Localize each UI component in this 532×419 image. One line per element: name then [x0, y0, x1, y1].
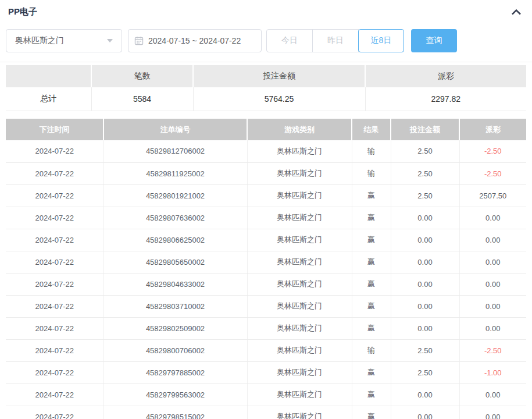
- query-button[interactable]: 查询: [411, 29, 457, 52]
- result-cell: 赢: [352, 273, 391, 295]
- chevron-up-icon: [511, 9, 522, 15]
- page-title: PP电子: [8, 6, 37, 17]
- bet-amount-cell: 0.00: [391, 406, 459, 419]
- game-select[interactable]: 奥林匹斯之门: [6, 29, 122, 52]
- summary-total-row: 总计 5584 5764.25 2297.82: [6, 87, 526, 111]
- bet-amount-cell: 0.00: [391, 251, 459, 273]
- bet-amount-cell: 0.00: [391, 317, 459, 339]
- result-cell: 赢: [352, 295, 391, 317]
- payout-cell: 0.00: [459, 229, 526, 251]
- bet-id-cell: 45829805650002: [103, 251, 247, 273]
- bet-id-cell: 45829797885002: [103, 361, 247, 384]
- table-row: 2024-07-2245829799563002奥林匹斯之门赢0.000.00: [6, 384, 526, 406]
- bet-time-cell: 2024-07-22: [6, 317, 103, 339]
- bet-amount-cell: 2.50: [391, 339, 459, 361]
- result-cell: 赢: [352, 406, 391, 419]
- game-type-cell: 奥林匹斯之门: [247, 184, 352, 207]
- table-row: 2024-07-2245829803710002奥林匹斯之门赢0.000.00: [6, 295, 526, 317]
- game-type-cell: 奥林匹斯之门: [247, 251, 352, 273]
- payout-cell: 0.00: [459, 251, 526, 273]
- bet-id-cell: 45829811925002: [103, 162, 247, 184]
- today-button[interactable]: 今日: [266, 29, 313, 52]
- payout-cell: -2.50: [459, 339, 526, 361]
- table-row: 2024-07-2245829807636002奥林匹斯之门赢0.000.00: [6, 207, 526, 229]
- header-bet-time: 下注时间: [6, 119, 103, 140]
- bet-id-cell: 45829804633002: [103, 273, 247, 295]
- bet-time-cell: 2024-07-22: [6, 140, 103, 162]
- bet-time-cell: 2024-07-22: [6, 162, 103, 184]
- bet-table-body: 2024-07-2245829812706002奥林匹斯之门输2.50-2.50…: [6, 140, 526, 419]
- bet-amount-cell: 2.50: [391, 184, 459, 207]
- payout-cell: -2.50: [459, 140, 526, 162]
- game-type-cell: 奥林匹斯之门: [247, 317, 352, 339]
- payout-cell: -1.00: [459, 361, 526, 384]
- date-range-input[interactable]: 2024-07-15 ~ 2024-07-22: [128, 29, 262, 52]
- collapse-panel-button[interactable]: [510, 6, 523, 17]
- bet-id-cell: 45829812706002: [103, 140, 247, 162]
- game-type-cell: 奥林匹斯之门: [247, 162, 352, 184]
- bet-id-cell: 45829803710002: [103, 295, 247, 317]
- bet-table-header-row: 下注时间 注单编号 游戏类别 结果 投注金额 派彩: [6, 119, 526, 140]
- bet-id-cell: 45829798515002: [103, 406, 247, 419]
- game-type-cell: 奥林匹斯之门: [247, 406, 352, 419]
- game-type-cell: 奥林匹斯之门: [247, 384, 352, 406]
- bet-id-cell: 45829801921002: [103, 184, 247, 207]
- table-row: 2024-07-2245829812706002奥林匹斯之门输2.50-2.50: [6, 140, 526, 162]
- bet-time-cell: 2024-07-22: [6, 251, 103, 273]
- bet-time-cell: 2024-07-22: [6, 295, 103, 317]
- bet-amount-cell: 0.00: [391, 229, 459, 251]
- header-payout: 派彩: [459, 119, 526, 140]
- game-type-cell: 奥林匹斯之门: [247, 229, 352, 251]
- summary-header-bet-amount: 投注金额: [193, 65, 365, 87]
- table-row: 2024-07-2245829806625002奥林匹斯之门赢0.000.00: [6, 229, 526, 251]
- header-bet-amount: 投注金额: [391, 119, 459, 140]
- result-cell: 赢: [352, 317, 391, 339]
- summary-total-count: 5584: [91, 87, 193, 111]
- bet-time-cell: 2024-07-22: [6, 339, 103, 361]
- bet-id-cell: 45829807636002: [103, 207, 247, 229]
- table-row: 2024-07-2245829802509002奥林匹斯之门赢0.000.00: [6, 317, 526, 339]
- panel-header: PP电子: [0, 0, 532, 23]
- game-type-cell: 奥林匹斯之门: [247, 140, 352, 162]
- result-cell: 输: [352, 140, 391, 162]
- bet-id-cell: 45829800706002: [103, 339, 247, 361]
- payout-cell: -2.50: [459, 162, 526, 184]
- bet-time-cell: 2024-07-22: [6, 361, 103, 384]
- table-row: 2024-07-2245829804633002奥林匹斯之门赢0.000.00: [6, 273, 526, 295]
- bet-time-cell: 2024-07-22: [6, 406, 103, 419]
- payout-cell: 0.00: [459, 207, 526, 229]
- bet-time-cell: 2024-07-22: [6, 184, 103, 207]
- payout-cell: 0.00: [459, 295, 526, 317]
- bet-time-cell: 2024-07-22: [6, 384, 103, 406]
- game-type-cell: 奥林匹斯之门: [247, 339, 352, 361]
- header-game-type: 游戏类别: [247, 119, 352, 140]
- header-result: 结果: [352, 119, 391, 140]
- table-row: 2024-07-2245829805650002奥林匹斯之门赢0.000.00: [6, 251, 526, 273]
- filter-bar: 奥林匹斯之门 2024-07-15 ~ 2024-07-22: [0, 29, 532, 52]
- payout-cell: 2507.50: [459, 184, 526, 207]
- bet-amount-cell: 0.00: [391, 207, 459, 229]
- summary-header-payout: 派彩: [365, 65, 526, 87]
- summary-total-label: 总计: [6, 87, 91, 111]
- bet-id-cell: 45829806625002: [103, 229, 247, 251]
- bet-amount-cell: 0.00: [391, 384, 459, 406]
- bet-amount-cell: 0.00: [391, 295, 459, 317]
- section-divider: [0, 62, 532, 62]
- summary-table: 笔数 投注金额 派彩 总计 5584 5764.25 2297.82: [6, 65, 526, 111]
- result-cell: 赢: [352, 184, 391, 207]
- header-bet-id: 注单编号: [103, 119, 247, 140]
- table-row: 2024-07-2245829800706002奥林匹斯之门输2.50-2.50: [6, 339, 526, 361]
- yesterday-button[interactable]: 昨日: [312, 29, 359, 52]
- caret-down-icon: [107, 39, 113, 42]
- summary-header-blank: [6, 65, 91, 87]
- game-type-cell: 奥林匹斯之门: [247, 361, 352, 384]
- last-8-days-button[interactable]: 近8日: [358, 29, 404, 52]
- result-cell: 赢: [352, 361, 391, 384]
- pp-games-panel: PP电子 奥林匹斯之门: [0, 0, 532, 419]
- table-row: 2024-07-2245829797885002奥林匹斯之门赢2.50-1.00: [6, 361, 526, 384]
- bet-amount-cell: 2.50: [391, 140, 459, 162]
- summary-total-bet-amount: 5764.25: [193, 87, 365, 111]
- bet-records-table: 下注时间 注单编号 游戏类别 结果 投注金额 派彩 2024-07-224582…: [6, 119, 526, 419]
- result-cell: 赢: [352, 229, 391, 251]
- table-row: 2024-07-2245829801921002奥林匹斯之门赢2.502507.…: [6, 184, 526, 207]
